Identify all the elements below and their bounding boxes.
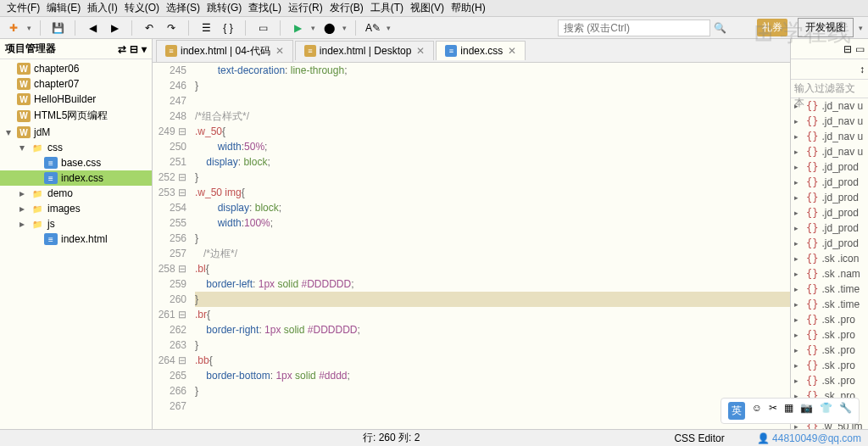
- sidebar: 项目管理器 ⇄ ⊟ ▾ Wchapter06Wchapter07WHelloHB…: [0, 39, 153, 429]
- float-icon[interactable]: 🔧: [839, 402, 852, 420]
- tree-item[interactable]: ▾📁css: [0, 140, 152, 155]
- outline-item[interactable]: ▸{}.jd_prod: [791, 175, 868, 190]
- debug-button[interactable]: ⬤: [320, 20, 337, 36]
- close-icon[interactable]: ✕: [275, 45, 284, 57]
- outline-item[interactable]: ▸{}.sk .pro: [791, 343, 868, 358]
- badge[interactable]: 礼券: [757, 19, 787, 36]
- menu-item[interactable]: 转义(O): [121, 1, 163, 15]
- outline-item[interactable]: ▸{}.jd_nav u: [791, 114, 868, 129]
- menu-item[interactable]: 帮助(H): [448, 1, 489, 15]
- search-input[interactable]: [558, 20, 710, 36]
- menu-item[interactable]: 文件(F): [3, 1, 43, 15]
- editor-tab[interactable]: ≡index.html | Desktop✕: [295, 41, 435, 60]
- menu-item[interactable]: 插入(I): [84, 1, 120, 15]
- outline-item[interactable]: ▸{}.sk .time: [791, 297, 868, 312]
- menu-item[interactable]: 编辑(E): [43, 1, 84, 15]
- tree-item[interactable]: ▸📁images: [0, 201, 152, 216]
- outline-item[interactable]: ▸{}.jd_prod: [791, 159, 868, 175]
- outline-item[interactable]: ▸{}.sk .time: [791, 282, 868, 297]
- outline-item[interactable]: ▸{}.sk .pro: [791, 373, 868, 388]
- float-icon[interactable]: 英: [728, 402, 745, 420]
- sort-icon[interactable]: ↕: [860, 64, 865, 75]
- outline-item[interactable]: ▸{}.jd_prod: [791, 205, 868, 220]
- panel-min-icon[interactable]: ⊟: [843, 43, 852, 55]
- text-button[interactable]: A✎: [364, 20, 381, 36]
- outline-item[interactable]: ▸{}.jd_nav u: [791, 144, 868, 159]
- outline-item[interactable]: ▸{}.sk .pro: [791, 312, 868, 327]
- float-icon[interactable]: ✂: [769, 402, 777, 420]
- float-icon[interactable]: 📷: [800, 402, 813, 420]
- tree-item[interactable]: ≡base.css: [0, 155, 152, 170]
- outline-item[interactable]: ▸{}.sk .icon: [791, 251, 868, 266]
- search-icon[interactable]: 🔍: [714, 22, 726, 34]
- menu-item[interactable]: 查找(L): [245, 1, 285, 15]
- outline-panel: ⊟ ▭ ↕ 输入过滤器文本 ▸{}.jd_nav u▸{}.jd_nav u▸{…: [790, 39, 868, 429]
- editor-tab[interactable]: ≡index.html | 04-代码✕: [156, 40, 293, 62]
- align-button[interactable]: ☰: [198, 20, 214, 36]
- editor-tabs: ≡index.html | 04-代码✕≡index.html | Deskto…: [153, 39, 790, 63]
- menubar: 文件(F)编辑(E)插入(I)转义(O)选择(S)跳转(G)查找(L)运行(R)…: [0, 0, 868, 17]
- outline-item[interactable]: ▸{}.jd_prod: [791, 190, 868, 205]
- view-mode-button[interactable]: 开发视图: [798, 18, 854, 37]
- tree-item[interactable]: ▾WjdM: [0, 125, 152, 140]
- redo-button[interactable]: ↷: [163, 20, 180, 36]
- menu-item[interactable]: 跳转(G): [203, 1, 245, 15]
- menu-item[interactable]: 视图(V): [407, 1, 448, 15]
- floating-toolbar: 英☺✂▦📷👕🔧: [721, 398, 860, 424]
- outline-item[interactable]: ▸{}.jd_prod: [791, 220, 868, 236]
- statusbar: 行: 260 列: 2 CSS Editor 👤 44810049@qq.com: [0, 429, 868, 446]
- tree-item[interactable]: ▸📁js: [0, 216, 152, 231]
- cursor-position: 行: 260 列: 2: [363, 431, 420, 445]
- link-icon[interactable]: ⇄: [118, 43, 126, 55]
- code-editor[interactable]: 245246247248249 ⊟250251252 ⊟253 ⊟2542552…: [153, 63, 790, 429]
- tree-item[interactable]: Wchapter07: [0, 76, 152, 92]
- back-button[interactable]: ◀: [84, 20, 101, 36]
- close-icon[interactable]: ✕: [508, 45, 516, 57]
- save-button[interactable]: 💾: [49, 20, 66, 36]
- float-icon[interactable]: 👕: [820, 402, 832, 420]
- tree-item[interactable]: WHelloHBuilder: [0, 92, 152, 107]
- preview-button[interactable]: ▭: [254, 20, 271, 36]
- new-button[interactable]: ✚: [5, 20, 22, 36]
- run-button[interactable]: ▶: [289, 20, 306, 36]
- outline-list: ▸{}.jd_nav u▸{}.jd_nav u▸{}.jd_nav u▸{}.…: [791, 98, 868, 429]
- outline-item[interactable]: ▸{}.sk .pro: [791, 327, 868, 343]
- editor-tab[interactable]: ≡index.css✕: [436, 41, 526, 60]
- brackets-button[interactable]: { }: [220, 20, 236, 36]
- tree-item[interactable]: Wchapter06: [0, 61, 152, 76]
- outline-item[interactable]: ▸{}.jd_prod: [791, 236, 868, 251]
- float-icon[interactable]: ☺: [752, 402, 762, 420]
- menu-item[interactable]: 发行(B): [326, 1, 367, 15]
- status-email[interactable]: 👤 44810049@qq.com: [757, 432, 861, 444]
- menu-icon[interactable]: ▾: [142, 43, 147, 55]
- forward-button[interactable]: ▶: [106, 20, 123, 36]
- outline-item[interactable]: ▸{}.sk .pro: [791, 358, 868, 373]
- tree-item[interactable]: ≡index.html: [0, 231, 152, 247]
- float-icon[interactable]: ▦: [784, 402, 793, 420]
- outline-item[interactable]: ▸{}.jd_nav u: [791, 98, 868, 114]
- close-icon[interactable]: ✕: [416, 45, 425, 57]
- outline-item[interactable]: ▸{}.sk .nam: [791, 266, 868, 282]
- gutter: 245246247248249 ⊟250251252 ⊟253 ⊟2542552…: [153, 63, 195, 429]
- menu-item[interactable]: 运行(R): [285, 1, 326, 15]
- tree-item[interactable]: ≡index.css: [0, 170, 152, 186]
- menu-item[interactable]: 工具(T): [367, 1, 407, 15]
- outline-item[interactable]: ▸{}.jd_nav u: [791, 129, 868, 144]
- menu-item[interactable]: 选择(S): [163, 1, 203, 15]
- toolbar: ✚ ▾ 💾 ◀ ▶ ↶ ↷ ☰ { } ▭ ▶ ▾ ⬤ ▾ A✎ ▾ 🔍 礼券 …: [0, 17, 868, 39]
- tree-item[interactable]: ▸📁demo: [0, 186, 152, 201]
- editor-type: CSS Editor: [674, 432, 724, 444]
- panel-max-icon[interactable]: ▭: [855, 43, 865, 55]
- tree-item[interactable]: WHTML5网页编程: [0, 107, 152, 125]
- filter-input[interactable]: 输入过滤器文本: [791, 80, 868, 98]
- project-tree: Wchapter06Wchapter07WHelloHBuilderWHTML5…: [0, 59, 152, 429]
- collapse-icon[interactable]: ⊟: [130, 43, 138, 55]
- code-lines[interactable]: text-decoration: line-through;} /*组合样式*/…: [195, 63, 790, 429]
- sidebar-title: 项目管理器: [5, 42, 56, 56]
- undo-button[interactable]: ↶: [141, 20, 158, 36]
